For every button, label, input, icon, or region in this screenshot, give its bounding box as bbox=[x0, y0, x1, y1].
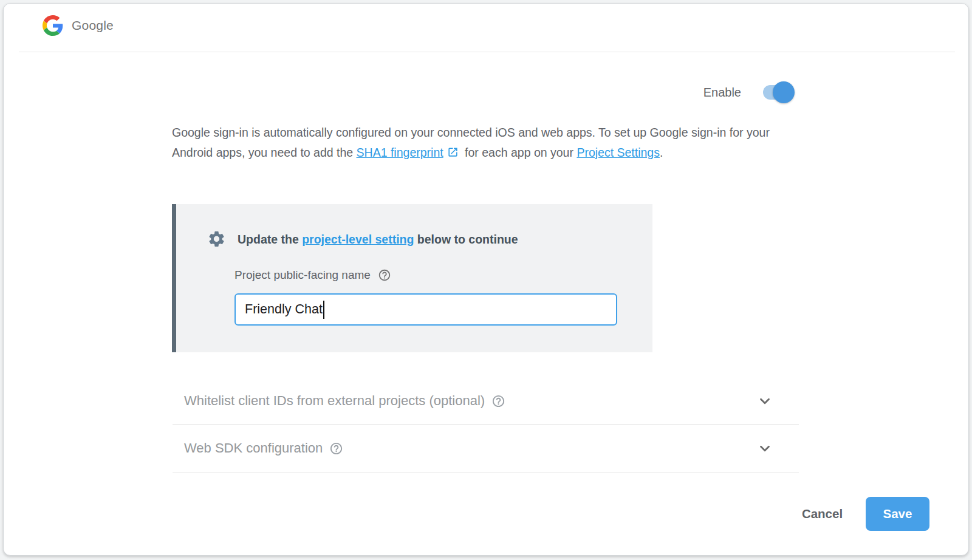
description-part-3: . bbox=[660, 146, 663, 159]
field-label-row: Project public-facing name bbox=[234, 267, 391, 284]
header-divider bbox=[19, 52, 955, 52]
section-divider bbox=[173, 424, 799, 425]
project-name-value: Friendly Chat bbox=[245, 302, 323, 317]
open-in-new-icon[interactable] bbox=[447, 146, 459, 158]
section-label-wrap: Whitelist client IDs from external proje… bbox=[173, 393, 757, 409]
description-part-2: for each app on your bbox=[462, 146, 577, 159]
provider-title: Google bbox=[72, 18, 114, 33]
save-button[interactable]: Save bbox=[866, 497, 929, 531]
project-settings-link[interactable]: Project Settings bbox=[577, 146, 660, 159]
project-setting-notice: Update the project-level setting below t… bbox=[172, 204, 652, 352]
section-label-wrap: Web SDK configuration bbox=[173, 440, 757, 456]
section-whitelist-client-ids[interactable]: Whitelist client IDs from external proje… bbox=[173, 381, 799, 420]
project-name-label: Project public-facing name bbox=[234, 268, 371, 282]
google-signin-config-card: Google Enable Google sign-in is automati… bbox=[3, 3, 969, 556]
chevron-down-icon[interactable] bbox=[757, 440, 773, 456]
chevron-down-icon[interactable] bbox=[757, 393, 773, 409]
provider-header: Google bbox=[43, 13, 114, 38]
gear-icon bbox=[207, 230, 226, 248]
enable-toggle[interactable] bbox=[763, 81, 795, 103]
description-text: Google sign-in is automatically configur… bbox=[172, 123, 776, 163]
section-divider bbox=[173, 473, 799, 473]
enable-label: Enable bbox=[703, 86, 741, 100]
help-icon[interactable] bbox=[378, 268, 391, 282]
help-icon[interactable] bbox=[329, 442, 343, 456]
notice-title-prefix: Update the bbox=[238, 233, 302, 246]
text-caret bbox=[323, 301, 324, 319]
google-g-icon bbox=[43, 15, 63, 36]
project-level-setting-link[interactable]: project-level setting bbox=[302, 233, 414, 246]
toggle-knob bbox=[773, 81, 795, 103]
sha1-fingerprint-link[interactable]: SHA1 fingerprint bbox=[357, 146, 443, 159]
notice-title: Update the project-level setting below t… bbox=[238, 231, 518, 248]
section-web-sdk-configuration[interactable]: Web SDK configuration bbox=[173, 429, 799, 468]
notice-title-suffix: below to continue bbox=[414, 233, 518, 246]
cancel-button[interactable]: Cancel bbox=[793, 497, 851, 531]
enable-row: Enable bbox=[703, 80, 795, 104]
project-name-input[interactable]: Friendly Chat bbox=[234, 293, 617, 326]
whitelist-section-label: Whitelist client IDs from external proje… bbox=[184, 393, 485, 409]
help-icon[interactable] bbox=[491, 394, 505, 408]
web-sdk-section-label: Web SDK configuration bbox=[184, 440, 323, 456]
